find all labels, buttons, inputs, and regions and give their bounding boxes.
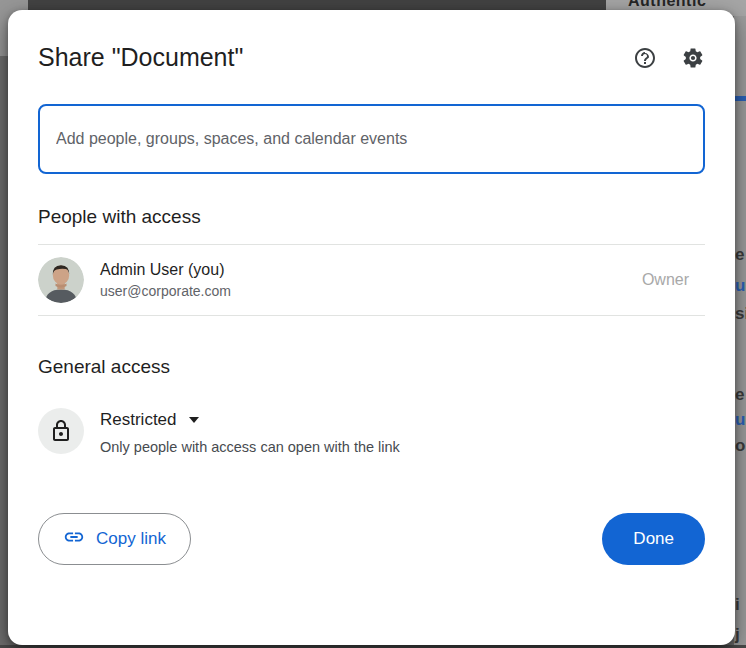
share-dialog: Share "Document" People with access bbox=[8, 10, 735, 645]
person-name: Admin User (you) bbox=[100, 261, 642, 279]
access-level-label: Restricted bbox=[100, 410, 177, 430]
person-info: Admin User (you) user@corporate.com bbox=[100, 261, 642, 299]
done-button[interactable]: Done bbox=[602, 513, 705, 565]
background-text-fragment: si bbox=[735, 305, 746, 322]
add-people-input[interactable] bbox=[38, 104, 705, 174]
access-level-dropdown[interactable]: Restricted bbox=[100, 410, 199, 430]
help-button[interactable] bbox=[633, 46, 657, 70]
header-icons bbox=[609, 46, 705, 70]
general-access-row: Restricted Only people with access can o… bbox=[38, 408, 705, 455]
person-row: Admin User (you) user@corporate.com Owne… bbox=[38, 245, 705, 315]
background-text-fragment: i bbox=[735, 596, 740, 613]
lock-icon bbox=[38, 408, 84, 454]
copy-link-button[interactable]: Copy link bbox=[38, 513, 191, 565]
avatar bbox=[38, 257, 84, 303]
general-access-heading: General access bbox=[38, 356, 705, 378]
dialog-footer: Copy link Done bbox=[38, 513, 705, 565]
background-text-fragment: e bbox=[735, 386, 744, 403]
people-access-heading: People with access bbox=[38, 206, 705, 228]
access-description: Only people with access can open with th… bbox=[100, 439, 400, 455]
background-text-fragment: j bbox=[735, 626, 740, 643]
background-blue-bar bbox=[734, 96, 746, 101]
chevron-down-icon bbox=[189, 417, 199, 423]
background-right-strip: e u si e u o i j bbox=[734, 16, 746, 645]
help-icon bbox=[633, 46, 657, 70]
dialog-title: Share "Document" bbox=[38, 43, 243, 72]
divider bbox=[38, 315, 705, 316]
gear-icon bbox=[681, 46, 705, 70]
person-email: user@corporate.com bbox=[100, 283, 642, 299]
settings-button[interactable] bbox=[681, 46, 705, 70]
access-text: Restricted Only people with access can o… bbox=[100, 408, 400, 455]
copy-link-label: Copy link bbox=[96, 529, 166, 549]
link-icon bbox=[63, 526, 85, 553]
dialog-header: Share "Document" bbox=[38, 43, 705, 72]
person-role-badge: Owner bbox=[642, 271, 689, 289]
background-text-fragment: e bbox=[735, 246, 744, 263]
background-text-fragment: o bbox=[735, 437, 745, 454]
background-top-text: Authentic bbox=[628, 0, 706, 10]
background-text-fragment: u bbox=[735, 277, 745, 294]
background-text-fragment: u bbox=[735, 411, 745, 428]
